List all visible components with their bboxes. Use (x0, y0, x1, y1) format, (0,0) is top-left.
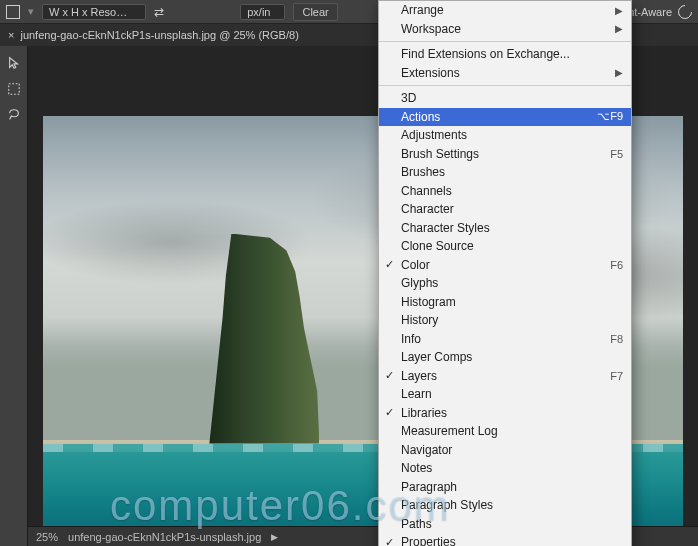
menu-item-paragraph[interactable]: Paragraph (379, 478, 631, 497)
menu-item-label: 3D (401, 91, 416, 105)
menu-item-label: Paragraph Styles (401, 498, 493, 512)
menu-item-label: Brushes (401, 165, 445, 179)
menu-item-libraries[interactable]: ✓Libraries (379, 404, 631, 423)
menu-item-label: Info (401, 332, 421, 346)
svg-rect-0 (8, 84, 19, 95)
menu-item-adjustments[interactable]: Adjustments (379, 126, 631, 145)
menu-item-character[interactable]: Character (379, 200, 631, 219)
menu-item-label: Libraries (401, 406, 447, 420)
submenu-arrow-icon: ▶ (615, 67, 623, 78)
menu-item-measurement-log[interactable]: Measurement Log (379, 422, 631, 441)
menu-item-label: Navigator (401, 443, 452, 457)
menu-item-learn[interactable]: Learn (379, 385, 631, 404)
marquee-tool[interactable] (3, 78, 25, 100)
check-icon: ✓ (385, 536, 394, 546)
menu-item-properties[interactable]: ✓Properties (379, 533, 631, 546)
menu-item-label: Adjustments (401, 128, 467, 142)
reset-icon[interactable] (675, 2, 695, 22)
menu-item-label: Properties (401, 535, 456, 546)
crop-preset-select[interactable]: W x H x Reso… (42, 4, 146, 20)
menu-item-label: Color (401, 258, 430, 272)
menu-item-label: Paths (401, 517, 432, 531)
menu-item-label: Channels (401, 184, 452, 198)
menu-item-label: Layers (401, 369, 437, 383)
menu-item-paragraph-styles[interactable]: Paragraph Styles (379, 496, 631, 515)
menu-item-label: Character (401, 202, 454, 216)
check-icon: ✓ (385, 258, 394, 271)
menu-shortcut: F5 (610, 148, 623, 160)
crop-tool-icon (6, 5, 20, 19)
menu-item-label: Brush Settings (401, 147, 479, 161)
menu-item-label: Workspace (401, 22, 461, 36)
menu-item-label: Actions (401, 110, 440, 124)
menu-item-label: Glyphs (401, 276, 438, 290)
menu-item-color[interactable]: ✓ColorF6 (379, 256, 631, 275)
menu-item-layer-comps[interactable]: Layer Comps (379, 348, 631, 367)
window-menu-dropdown: Arrange▶Workspace▶Find Extensions on Exc… (378, 0, 632, 546)
menu-item-label: Measurement Log (401, 424, 498, 438)
menu-item-extensions[interactable]: Extensions▶ (379, 64, 631, 83)
menu-item-label: Layer Comps (401, 350, 472, 364)
submenu-arrow-icon: ▶ (615, 23, 623, 34)
clear-button[interactable]: Clear (293, 3, 337, 21)
close-tab-icon[interactable]: × (8, 29, 14, 41)
menu-item-label: Clone Source (401, 239, 474, 253)
menu-item-actions[interactable]: Actions⌥F9 (379, 108, 631, 127)
menu-item-character-styles[interactable]: Character Styles (379, 219, 631, 238)
menu-separator (379, 41, 631, 42)
menu-item-histogram[interactable]: Histogram (379, 293, 631, 312)
menu-item-info[interactable]: InfoF8 (379, 330, 631, 349)
menu-item-label: Notes (401, 461, 432, 475)
menu-separator (379, 85, 631, 86)
menu-shortcut: F8 (610, 333, 623, 345)
dropdown-chevron-icon[interactable]: ▾ (28, 5, 34, 18)
menu-item-glyphs[interactable]: Glyphs (379, 274, 631, 293)
menu-item-label: Learn (401, 387, 432, 401)
menu-item-layers[interactable]: ✓LayersF7 (379, 367, 631, 386)
menu-item-brush-settings[interactable]: Brush SettingsF5 (379, 145, 631, 164)
status-chevron-icon[interactable]: ▶ (271, 532, 278, 542)
resolution-unit-select[interactable]: px/in (240, 4, 285, 20)
check-icon: ✓ (385, 369, 394, 382)
menu-item-label: Extensions (401, 66, 460, 80)
menu-item-paths[interactable]: Paths (379, 515, 631, 534)
menu-item-brushes[interactable]: Brushes (379, 163, 631, 182)
check-icon: ✓ (385, 406, 394, 419)
menu-shortcut: F6 (610, 259, 623, 271)
menu-item-label: Paragraph (401, 480, 457, 494)
menu-item-label: Find Extensions on Exchange... (401, 47, 570, 61)
menu-item-channels[interactable]: Channels (379, 182, 631, 201)
menu-item-arrange[interactable]: Arrange▶ (379, 1, 631, 20)
menu-shortcut: F7 (610, 370, 623, 382)
menu-item-find-extensions-on-exchange[interactable]: Find Extensions on Exchange... (379, 45, 631, 64)
menu-item-workspace[interactable]: Workspace▶ (379, 20, 631, 39)
menu-item-clone-source[interactable]: Clone Source (379, 237, 631, 256)
menu-item-label: Character Styles (401, 221, 490, 235)
zoom-level[interactable]: 25% (36, 531, 58, 543)
menu-shortcut: ⌥F9 (597, 110, 623, 123)
submenu-arrow-icon: ▶ (615, 5, 623, 16)
menu-item-label: Arrange (401, 3, 444, 17)
menu-item-notes[interactable]: Notes (379, 459, 631, 478)
swap-icon[interactable]: ⇄ (154, 5, 164, 19)
menu-item-label: History (401, 313, 438, 327)
move-tool[interactable] (3, 52, 25, 74)
tools-panel (0, 46, 28, 546)
menu-item-navigator[interactable]: Navigator (379, 441, 631, 460)
status-filepath: unfeng-gao-cEknN1ckP1s-unsplash.jpg (68, 531, 261, 543)
menu-item-label: Histogram (401, 295, 456, 309)
menu-item-3d[interactable]: 3D (379, 89, 631, 108)
lasso-tool[interactable] (3, 104, 25, 126)
menu-item-history[interactable]: History (379, 311, 631, 330)
document-tab-title[interactable]: junfeng-gao-cEknN1ckP1s-unsplash.jpg @ 2… (20, 29, 298, 41)
